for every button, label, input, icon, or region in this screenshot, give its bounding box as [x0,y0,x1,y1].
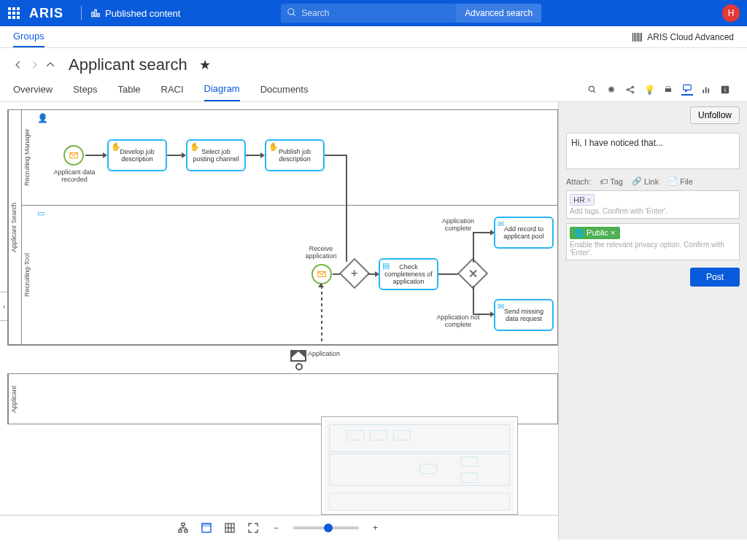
privacy-input[interactable]: 🌐 Public × Enable the relevant privacy o… [566,223,740,260]
tab-groups[interactable]: Groups [13,31,44,47]
svg-line-11 [629,90,632,91]
tab-table[interactable]: Table [117,78,140,101]
task-check-completeness[interactable]: ▤Check completeness of application [379,258,438,290]
lane-recruiting-manager: Recruiting Manager [21,110,34,205]
start-event[interactable] [63,145,84,166]
svg-line-6 [593,90,595,93]
lane1-content: 👤 Applicant data recorded ✋Develop job d… [34,110,557,205]
svg-rect-22 [182,523,185,525]
avatar[interactable]: H [722,4,740,22]
minimap[interactable] [321,416,518,515]
task-add-record[interactable]: ✉Add record to applicant pool [494,217,554,249]
lane-recruiting-tool: Recruiting-Tool [21,206,34,344]
comment-panel: Unfollow Hi, I have noticed that... Atta… [559,102,747,540]
page-title: Applicant search [69,55,187,74]
svg-rect-23 [179,529,182,532]
gateway-decision[interactable]: ✕ [457,258,488,289]
svg-rect-2 [98,14,99,17]
svg-point-9 [632,91,633,93]
gateway-merge[interactable]: + [339,258,370,289]
lane2-content: ▭ Receive application + ▤Check completen… [34,206,557,344]
info-icon[interactable]: i [719,84,731,96]
svg-rect-1 [95,9,96,16]
minimap-toggle-icon[interactable] [200,521,213,534]
svg-rect-30 [202,524,211,526]
brand-label: ARIS [29,6,63,21]
svg-point-7 [627,88,628,90]
apps-icon[interactable] [7,7,20,20]
highlight-icon[interactable]: ✺ [605,84,617,96]
attach-link[interactable]: 🔗 Link [632,176,659,186]
svg-point-8 [632,86,633,88]
unfollow-button[interactable]: Unfollow [690,106,740,124]
bar-chart-icon [90,8,101,18]
svg-rect-14 [684,85,692,90]
privacy-chip[interactable]: 🌐 Public × [570,227,620,239]
message-object[interactable] [290,350,306,362]
svg-line-10 [629,88,632,89]
main-area: › ⌄ Applicant Search Recruiting Manager … [0,102,747,540]
forward-icon[interactable] [29,60,39,70]
task-develop-job[interactable]: ✋Develop job description [107,139,167,171]
svg-rect-24 [185,529,187,532]
svg-rect-13 [667,86,670,88]
intermediate-event[interactable] [311,264,332,284]
comment-input[interactable]: Hi, I have noticed that... [566,133,740,169]
gw-label-complete: Application complete [433,217,484,232]
tab-diagram[interactable]: Diagram [204,77,240,101]
share-icon[interactable] [624,84,636,96]
user-lane-icon: 👤 [37,113,48,123]
message-endpoint-icon [295,363,303,370]
tab-overview[interactable]: Overview [13,78,53,101]
edition-label: ARIS Cloud Advanced [632,32,734,42]
search-input[interactable] [281,4,456,23]
tab-documents[interactable]: Documents [260,78,309,101]
sub-header: Groups ARIS Cloud Advanced [0,26,747,48]
search-container: Advanced search [271,4,541,23]
zoom-out-icon[interactable]: − [270,521,283,534]
hierarchy-icon[interactable] [177,521,190,534]
remove-tag-icon[interactable]: × [587,195,591,204]
attach-row: Attach: 🏷 Tag 🔗 Link 📄 File [566,176,740,186]
zoom-slider[interactable] [293,526,359,529]
up-icon[interactable] [45,60,55,70]
task-publish-job[interactable]: ✋Publish job description [265,139,325,171]
remove-privacy-icon[interactable]: × [611,228,615,237]
back-icon[interactable] [13,60,23,70]
zoom-knob[interactable] [324,524,333,532]
stats-icon[interactable] [700,84,712,96]
tag-placeholder: Add tags. Confirm with 'Enter'. [570,207,736,215]
advanced-search-button[interactable]: Advanced search [456,4,541,23]
svg-rect-15 [703,90,704,93]
tab-steps[interactable]: Steps [73,78,97,101]
canvas-footer: − + [0,515,558,540]
task-select-channel[interactable]: ✋Select job posting channel [186,139,246,171]
attach-file[interactable]: 📄 File [667,176,693,186]
fullscreen-icon[interactable] [247,521,260,534]
print-icon[interactable] [662,84,674,96]
pool-label: Applicant Search [8,110,21,344]
attach-tag[interactable]: 🏷 Tag [600,177,623,186]
bulb-icon[interactable]: 💡 [643,84,655,96]
post-button[interactable]: Post [690,268,740,287]
privacy-placeholder: Enable the relevant privacy option. Conf… [570,241,736,257]
title-row: Applicant search ★ [0,48,747,77]
system-lane-icon: ▭ [37,209,44,218]
app-header: ARIS Published content Advanced search H [0,0,747,26]
task-send-missing[interactable]: ✉Send missing data request [494,299,554,331]
svg-line-4 [293,13,295,15]
zoom-in-icon[interactable]: + [369,521,382,534]
tag-chip-hr[interactable]: HR× [570,194,595,206]
published-content[interactable]: Published content [90,8,180,19]
view-toolbar: ✺ 💡 i [587,84,734,96]
comment-icon[interactable] [681,84,693,96]
tab-raci[interactable]: RACI [161,78,184,101]
tag-input[interactable]: HR× Add tags. Confirm with 'Enter'. [566,190,740,219]
start-event-label: Applicant data recorded [49,168,100,183]
find-icon[interactable] [587,84,598,96]
favorite-star-icon[interactable]: ★ [199,57,211,73]
svg-point-3 [288,8,294,14]
fit-icon[interactable] [223,521,236,534]
published-label: Published content [105,8,180,19]
diagram-canvas[interactable]: › ⌄ Applicant Search Recruiting Manager … [0,102,559,540]
